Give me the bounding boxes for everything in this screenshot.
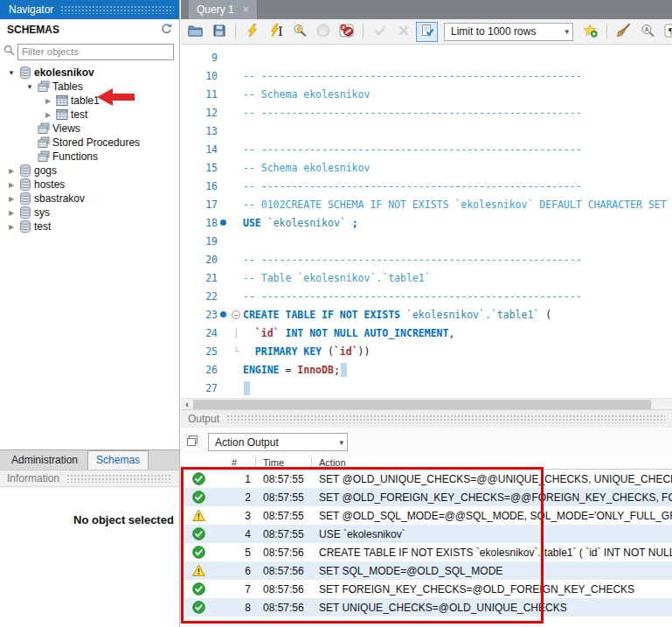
limit-rows-dropdown[interactable]: Limit to 1000 rows▾ [444,23,573,41]
row-number: 2 [216,491,256,504]
output-row-4[interactable]: 408:57:55USE `ekolesnikov` [181,525,672,543]
collapse-arrow-icon[interactable]: ▼ [5,69,17,77]
save-script-icon [212,24,226,40]
sidebar-item-functions[interactable]: Functions [0,150,179,164]
output-row-6[interactable]: 608:57:56SET SQL_MODE=@OLD_SQL_MODE [181,561,672,580]
database-icon [17,192,32,206]
row-action: SET SQL_MODE=@OLD_SQL_MODE [312,565,672,577]
output-row-8[interactable]: 808:57:56SET UNIQUE_CHECKS=@OLD_UNIQUE_C… [181,598,672,617]
open-script-button[interactable] [184,22,206,42]
stop-query-button[interactable] [312,22,334,42]
find-button[interactable]: A [636,22,658,42]
output-row-7[interactable]: 708:57:56SET FOREIGN_KEY_CHECKS=@OLD_FOR… [181,580,672,598]
row-number: 3 [216,510,256,522]
sql-editor[interactable]: 910-- ----------------------------------… [181,45,672,398]
output-row-3[interactable]: 308:57:55SET @OLD_SQL_MODE=@@SQL_MODE, S… [181,506,672,525]
num-column-header: # [216,457,256,468]
sidebar-item-sys[interactable]: ▶sys [0,206,179,219]
scrollbar-thumb[interactable] [193,400,651,409]
find-icon: A [641,24,655,40]
token-comment: -- -------------------------------------… [243,70,582,82]
action-output-dropdown[interactable]: Action Output ▾ [208,433,348,451]
sidebar-item-table1[interactable]: ▶table1 [0,94,179,108]
line-number: 17 [181,199,218,211]
editor-line-10: 10-- -----------------------------------… [181,66,672,85]
expand-arrow-icon[interactable]: ▶ [42,111,54,119]
code-text: PRIMARY KEY (`id`)) [243,345,672,358]
expand-arrow-icon[interactable]: ▶ [5,181,17,189]
fold-gutter[interactable]: − [229,310,243,319]
sidebar-item-hostes[interactable]: ▶hostes [0,178,179,192]
database-icon [17,219,32,233]
success-status-icon [181,582,216,596]
success-status-icon [181,601,216,614]
fold-collapse-icon[interactable]: − [232,310,240,319]
tab-administration[interactable]: Administration [3,451,86,470]
warning-status-icon [181,564,216,577]
collapse-arrow-icon[interactable]: ▼ [24,83,36,91]
save-script-button[interactable] [208,22,230,42]
tab-query-1[interactable]: Query 1 × [189,0,258,19]
scroll-left-arrow-icon[interactable]: ‹ [181,399,193,409]
token-plain [243,345,255,358]
explain-button[interactable] [288,22,310,42]
schema-tree: ▼ekolesnikov▼Tables▶table1▶testViewsStor… [0,63,179,449]
token-comment: -- -------------------------------------… [243,107,582,119]
code-text: -- -------------------------------------… [243,143,672,156]
output-row-5[interactable]: 508:57:56CREATE TABLE IF NOT EXISTS `eko… [181,543,672,561]
editor-line-13: 13 [181,122,672,140]
filter-objects-input[interactable] [17,44,174,60]
execute-button[interactable] [241,22,263,42]
expand-arrow-icon[interactable]: ▶ [42,97,54,105]
row-number: 4 [216,528,256,540]
editor-line-23: 23−CREATE TABLE IF NOT EXISTS `ekolesnik… [181,305,672,324]
save-snippet-button[interactable] [579,22,601,42]
success-status-icon [181,472,216,485]
sidebar-item-test[interactable]: ▶test [0,219,179,233]
rollback-button[interactable] [392,22,414,42]
token-comment: -- Table `ekolesnikov`.`table1` [243,272,431,284]
editor-horizontal-scrollbar[interactable]: ‹ [181,398,672,409]
execute-current-statement-button[interactable] [265,22,287,42]
code-text: -- -------------------------------------… [243,70,672,82]
beautify-button[interactable] [613,22,634,42]
row-action: SET FOREIGN_KEY_CHECKS=@OLD_FOREIGN_KEY_… [312,583,672,596]
folder-icon [36,136,51,150]
chevron-down-icon: ▾ [339,438,343,447]
editor-line-12: 12-- -----------------------------------… [181,103,672,122]
output-row-1[interactable]: 108:57:55SET @OLD_UNIQUE_CHECKS=@@UNIQUE… [181,470,672,488]
editor-line-25: 25└ PRIMARY KEY (`id`)) [181,342,672,360]
tree-item-label: test [32,220,51,233]
success-status-icon [181,527,216,540]
sidebar-item-tables[interactable]: ▼Tables [0,80,179,94]
sidebar-item-sbastrakov[interactable]: ▶sbastrakov [0,192,179,206]
sidebar-item-ekolesnikov[interactable]: ▼ekolesnikov [0,66,179,80]
code-text: -- -------------------------------------… [243,107,672,119]
sidebar-item-gogs[interactable]: ▶gogs [0,164,179,178]
token-plain [243,327,255,339]
token-comment: -- Schema ekolesnikov [243,162,370,174]
sidebar-item-test[interactable]: ▶test [0,108,179,122]
show-invisibles-button[interactable]: ¶ [660,22,672,42]
sidebar-item-stored-procedures[interactable]: Stored Procedures [0,136,179,150]
mysql-workbench-window: Navigator SCHEMAS ▼ekolesnikov▼Tables▶ta… [0,0,672,627]
row-time: 08:57:56 [256,547,312,559]
toggle-stop-on-error-button[interactable] [336,22,357,42]
expand-arrow-icon[interactable]: ▶ [5,223,17,231]
close-tab-icon[interactable]: × [243,3,249,16]
token-comment: -- -------------------------------------… [243,290,582,303]
expand-arrow-icon[interactable]: ▶ [5,195,17,203]
refresh-schemas-icon[interactable] [160,23,172,38]
tab-schemas[interactable]: Schemas [87,450,149,470]
toggle-autocommit-button[interactable] [416,22,438,42]
statement-dot-icon [220,219,226,226]
line-number: 27 [181,382,218,394]
navigator-title-bar: Navigator [0,0,179,19]
line-number: 12 [181,107,218,119]
sidebar-item-views[interactable]: Views [0,122,179,136]
commit-button[interactable] [369,22,391,42]
expand-arrow-icon[interactable]: ▶ [5,209,17,217]
navigator-title: Navigator [9,3,53,16]
output-row-2[interactable]: 208:57:55SET @OLD_FOREIGN_KEY_CHECKS=@@F… [181,488,672,506]
expand-arrow-icon[interactable]: ▶ [5,167,17,175]
